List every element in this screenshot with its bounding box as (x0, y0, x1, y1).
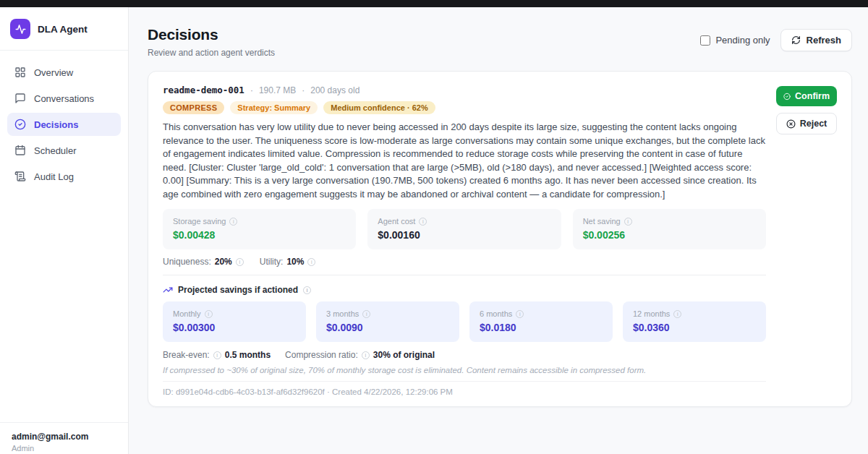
strategy-badge: Strategy: Summary (230, 101, 318, 114)
info-icon[interactable]: i (673, 310, 681, 318)
brand: DLA Agent (0, 7, 128, 51)
sidebar-item-conversations[interactable]: Conversations (7, 87, 121, 110)
info-icon[interactable]: i (205, 310, 213, 318)
action-badge: COMPRESS (163, 101, 224, 114)
projected-6-months: 6 monthsi $0.0180 (469, 301, 613, 342)
compression-ratio: Compression ratio:i30% of original (285, 350, 435, 360)
refresh-button[interactable]: Refresh (780, 29, 852, 51)
user-role: Admin (12, 444, 116, 453)
uniqueness-score: Uniqueness:20%i (163, 257, 244, 267)
brand-name: DLA Agent (38, 24, 88, 35)
sidebar-item-overview[interactable]: Overview (7, 61, 121, 84)
conversation-age: 200 days old (310, 85, 359, 95)
projected-value: $0.0360 (633, 322, 756, 333)
scroll-icon (14, 171, 26, 182)
info-icon[interactable]: i (303, 286, 311, 294)
info-icon[interactable]: i (362, 351, 370, 359)
browser-chrome-strip (0, 0, 868, 7)
compression-note: If compressed to ~30% of original size, … (163, 366, 766, 374)
conversation-id: readme-demo-001 (163, 85, 244, 95)
info-icon[interactable]: i (213, 351, 221, 359)
page-subtitle: Review and action agent verdicts (148, 48, 275, 58)
chat-bubble-icon (14, 93, 26, 104)
conversation-size: 190.7 MB (259, 85, 296, 95)
check-circle-icon (14, 119, 26, 130)
calendar-icon (14, 145, 26, 156)
user-email: admin@gmail.com (12, 432, 116, 442)
projected-value: $0.00300 (173, 322, 296, 333)
info-icon[interactable]: i (624, 218, 632, 226)
app-logo-icon (10, 19, 30, 39)
projected-savings-header: Projected savings if actioned i (163, 285, 766, 295)
stats-row: Storage savingi $0.00428 Agent costi $0.… (163, 209, 766, 249)
refresh-icon (791, 35, 801, 45)
info-icon[interactable]: i (419, 218, 427, 226)
projected-12-months: 12 monthsi $0.0360 (623, 301, 766, 342)
page-header: Decisions Review and action agent verdic… (148, 26, 852, 58)
stat-value: $0.00256 (583, 229, 756, 241)
sidebar-item-decisions[interactable]: Decisions (7, 113, 121, 136)
confirm-check-circle-icon (783, 92, 791, 101)
section-divider (163, 275, 766, 275)
decision-id-footer: ID: d991e04d-cdb6-4c03-b13f-af6d32f9620f… (163, 381, 766, 396)
info-icon[interactable]: i (307, 258, 315, 266)
sidebar-item-label: Conversations (34, 93, 94, 104)
reject-x-circle-icon (786, 119, 796, 129)
sidebar-item-label: Audit Log (34, 171, 74, 182)
stat-storage-saving: Storage savingi $0.00428 (163, 209, 356, 249)
confidence-badge: Medium confidence · 62% (323, 101, 435, 114)
projected-3-months: 3 monthsi $0.0090 (316, 301, 459, 342)
sidebar-item-label: Overview (34, 67, 73, 78)
page-title: Decisions (148, 26, 275, 43)
info-icon[interactable]: i (362, 310, 370, 318)
break-even: Break-even:i0.5 months (163, 350, 271, 360)
pending-only-label: Pending only (715, 35, 770, 46)
breakeven-row: Break-even:i0.5 months Compression ratio… (163, 350, 766, 360)
projected-value: $0.0090 (326, 322, 449, 333)
projected-value: $0.0180 (480, 322, 603, 333)
decision-meta: readme-demo-001 · 190.7 MB · 200 days ol… (163, 85, 766, 95)
sidebar-item-scheduler[interactable]: Scheduler (7, 139, 121, 162)
utility-score: Utility:10%i (260, 257, 316, 267)
stat-net-saving: Net savingi $0.00256 (573, 209, 766, 249)
projected-monthly: Monthlyi $0.00300 (163, 301, 306, 342)
projected-savings-row: Monthlyi $0.00300 3 monthsi $0.0090 6 mo… (163, 301, 766, 342)
badge-row: COMPRESS Strategy: Summary Medium confid… (163, 101, 766, 114)
sidebar-footer: admin@gmail.com Admin (0, 422, 128, 454)
trending-up-icon (163, 285, 173, 295)
main-content: Decisions Review and action agent verdic… (129, 7, 868, 454)
sidebar: DLA Agent Overview Conversations Decisio… (0, 7, 129, 454)
reject-button[interactable]: Reject (776, 113, 837, 134)
info-icon[interactable]: i (236, 258, 244, 266)
decision-actions: Confirm Reject (776, 85, 837, 396)
decision-card: readme-demo-001 · 190.7 MB · 200 days ol… (148, 71, 852, 407)
pending-only-checkbox[interactable] (700, 35, 710, 46)
sidebar-item-label: Scheduler (34, 145, 77, 156)
info-icon[interactable]: i (229, 218, 237, 226)
stat-agent-cost: Agent costi $0.00160 (367, 209, 561, 249)
grid-icon (14, 67, 26, 78)
info-icon[interactable]: i (516, 310, 524, 318)
stat-value: $0.00428 (173, 229, 346, 241)
pending-only-toggle[interactable]: Pending only (700, 35, 770, 46)
confirm-button[interactable]: Confirm (776, 86, 837, 106)
sidebar-item-label: Decisions (34, 119, 78, 130)
app-shell: DLA Agent Overview Conversations Decisio… (0, 7, 868, 454)
verdict-text: This conversation has very low utility d… (163, 121, 766, 201)
sidebar-item-audit-log[interactable]: Audit Log (7, 165, 121, 188)
sidebar-nav: Overview Conversations Decisions Schedul… (0, 51, 128, 422)
stat-value: $0.00160 (378, 229, 550, 241)
scores-row: Uniqueness:20%i Utility:10%i (163, 257, 766, 267)
